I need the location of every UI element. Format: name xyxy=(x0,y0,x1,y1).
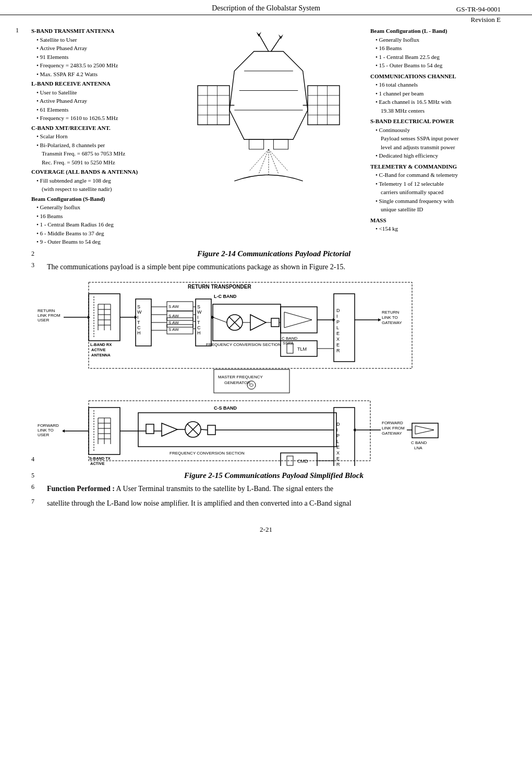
svg-marker-0 xyxy=(229,52,308,140)
coverage-title: COVERAGE (ALL BANDS & ANTENNA) xyxy=(31,167,167,176)
page-header: Description of the Globalstar System GS-… xyxy=(0,0,532,15)
line-number-7: 7 xyxy=(31,498,47,509)
line-number-2: 2 xyxy=(31,250,47,258)
svg-text:C: C xyxy=(197,325,201,330)
svg-text:E: E xyxy=(336,456,340,461)
cs-band-label: C-S BAND xyxy=(214,405,237,411)
block-diagram-area: RETURN TRANSPONDER RETURN LINK FROM USER… xyxy=(31,278,501,466)
svg-line-20 xyxy=(271,37,281,51)
svg-point-107 xyxy=(247,381,256,389)
sband-tx-b1: • Satellite to User xyxy=(31,35,167,44)
sband-elec-title: S-BAND ELECTRICAL POWER xyxy=(370,117,501,126)
line-number-6: 6 xyxy=(31,483,47,495)
comm-ch-b1: • 16 total channels xyxy=(370,80,501,89)
lc-band-label: L-C BAND xyxy=(214,294,237,299)
sband-tx-title: S-BAND TRANSMIT ANTENNA xyxy=(31,27,167,35)
svg-text:ACTIVE: ACTIVE xyxy=(91,348,106,352)
svg-text:E: E xyxy=(336,445,340,450)
svg-text:LNA: LNA xyxy=(414,446,422,450)
cband-ant-b2: • Bi-Polarized, 8 channels per xyxy=(31,141,167,150)
left-specs: S-BAND TRANSMIT ANTENNA • Satellite to U… xyxy=(31,27,167,246)
forward-link-user-label: FORWARD xyxy=(38,423,59,428)
svg-text:L: L xyxy=(336,439,339,444)
cband-lna-label: C BAND xyxy=(411,440,427,445)
doc-id: GS-TR-94-0001 xyxy=(456,4,501,15)
beam-sband-b4: • 6 - Middle Beams to 37 deg xyxy=(31,229,167,238)
svg-text:GATEWAY: GATEWAY xyxy=(382,320,402,325)
figure-2-14-label: Figure 2-14 Communications Payload Picto… xyxy=(47,249,501,258)
lband-rx-b1: • User to Satellite xyxy=(31,88,167,97)
return-gateway-label: RETURN xyxy=(382,310,400,315)
svg-text:LINK TO: LINK TO xyxy=(382,315,398,320)
paragraph-6-row: 6 Function Performed : A User Terminal t… xyxy=(31,483,501,495)
svg-line-26 xyxy=(269,149,279,174)
sband-elec-b3: level and adjusts transmit power xyxy=(370,143,501,152)
paragraph-7-row: 7 satellite through the L-Band low noise… xyxy=(31,498,501,509)
freq-conv-label: FREQUENCY CONVERSION SECTION xyxy=(206,342,281,347)
beam-lband-b3: • 1 - Central Beam 22.5 deg xyxy=(370,53,501,62)
figure-2-14-area: 1 S-BAND TRANSMIT ANTENNA • Satellite to… xyxy=(31,27,501,246)
comm-ch-b2: • 1 channel per beam xyxy=(370,89,501,98)
beam-sband-title: Beam Configuration (S-Band) xyxy=(31,195,167,204)
master-freq-gen-label: MASTER FREQUENCY xyxy=(218,375,263,379)
saw4: S AW xyxy=(168,327,179,332)
svg-text:LINK FROM: LINK FROM xyxy=(38,313,61,318)
svg-text:P: P xyxy=(336,319,340,325)
svg-text:H: H xyxy=(137,330,141,336)
sband-tx-b2: • Active Phased Array xyxy=(31,44,167,53)
line-number-3: 3 xyxy=(31,261,47,273)
switch1-label: S xyxy=(137,304,140,309)
svg-text:GATEWAY: GATEWAY xyxy=(382,431,402,436)
svg-line-18 xyxy=(259,34,269,52)
return-transponder-label: RETURN TRANSPONDER xyxy=(188,284,251,290)
lband-rx-b4: • Frequency = 1610 to 1626.5 MHz xyxy=(31,114,167,123)
telemetry-b3: carriers uniformally spaced xyxy=(370,188,501,197)
cmd-label: CMD xyxy=(297,459,308,464)
svg-text:LINK FROM: LINK FROM xyxy=(382,426,405,430)
svg-marker-127 xyxy=(162,423,177,436)
telemetry-b4: • Single command frequency with xyxy=(370,197,501,206)
figure-2-14-row: 2 Figure 2-14 Communications Payload Pic… xyxy=(31,249,501,258)
svg-marker-102 xyxy=(378,318,381,321)
svg-text:E: E xyxy=(336,331,340,336)
saw1: S AW xyxy=(168,304,179,309)
sband-tx-b5: • Max. SSPA RF 4.2 Watts xyxy=(31,70,167,79)
beam-sband-b5: • 9 - Outer Beams to 54 deg xyxy=(31,237,167,246)
paragraph-7: satellite through the L-Band low noise a… xyxy=(47,498,352,509)
forward-gateway-label: FORWARD xyxy=(382,421,403,425)
svg-text:I: I xyxy=(137,315,139,320)
svg-text:I: I xyxy=(336,427,338,433)
line-number-5: 5 xyxy=(31,472,47,480)
beam-sband-b3: • 1 - Central Beam Radius 16 deg xyxy=(31,220,167,229)
lband-rx-b3: • 61 Elements xyxy=(31,105,167,114)
beam-lband-title: Beam Configuration (L - Band) xyxy=(370,27,501,35)
return-link-from-user: RETURN xyxy=(38,308,55,313)
telemetry-b5: unique satellite ID xyxy=(370,205,501,214)
page-number: 2-21 xyxy=(31,525,501,534)
sband-tx-b3: • 91 Elements xyxy=(31,53,167,62)
mass-b1: • <154 kg xyxy=(370,224,501,233)
svg-text:E: E xyxy=(336,342,340,348)
svg-rect-126 xyxy=(146,424,154,434)
svg-line-24 xyxy=(259,149,269,174)
svg-marker-76 xyxy=(250,315,266,330)
beam-lband-b2: • 16 Beams xyxy=(370,44,501,53)
figure-2-15-label: Figure 2-15 Communications Payload Simpl… xyxy=(47,471,501,480)
comm-ch-b4: 19.38 MHz centers xyxy=(370,106,501,115)
lband-rx-label: L-BAND RX xyxy=(90,342,112,347)
comm-channel-title: COMMUNICATIONS CHANNEL xyxy=(370,72,501,81)
cband-ant-title: C-BAND XMT/RECEIVE ANT. xyxy=(31,124,167,133)
svg-marker-19 xyxy=(257,32,261,37)
svg-text:H: H xyxy=(197,330,201,336)
svg-text:W: W xyxy=(197,309,202,315)
svg-rect-23 xyxy=(273,139,288,149)
svg-text:R: R xyxy=(336,348,340,353)
svg-text:I: I xyxy=(336,314,338,319)
right-specs: Beam Configuration (L - Band) • Generall… xyxy=(370,27,501,246)
cband-ant-b1: • Scalar Horn xyxy=(31,132,167,141)
block-diagram-svg: RETURN TRANSPONDER RETURN LINK FROM USER… xyxy=(37,278,495,466)
paragraph-3-row: 3 The communications payload is a simple… xyxy=(31,261,501,273)
figure-2-15-row: 5 Figure 2-15 Communications Payload Sim… xyxy=(31,471,501,480)
svg-text:X: X xyxy=(336,337,340,342)
svg-text:GENERATOR: GENERATOR xyxy=(224,380,250,385)
